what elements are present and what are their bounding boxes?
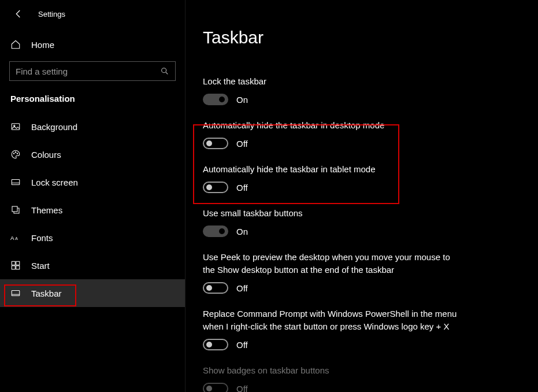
sidebar-item-label: Lock screen	[31, 177, 78, 187]
category-title: Personalisation	[0, 91, 185, 113]
sidebar-item-label: Colours	[31, 150, 61, 160]
toggle-small-buttons[interactable]	[203, 225, 228, 237]
sidebar-item-fonts[interactable]: AA Fonts	[0, 224, 185, 252]
start-icon	[10, 260, 21, 271]
setting-badges: Show badges on taskbar buttons Off	[203, 364, 457, 392]
lock-screen-icon	[10, 177, 21, 187]
sidebar-item-label: Start	[31, 261, 50, 271]
toggle-auto-hide-desktop[interactable]	[203, 138, 228, 149]
sidebar-item-themes[interactable]: Themes	[0, 196, 185, 224]
setting-label: Use small taskbar buttons	[203, 207, 457, 220]
svg-rect-13	[16, 266, 20, 269]
svg-point-4	[15, 152, 16, 153]
svg-rect-1	[12, 124, 20, 130]
setting-label: Show badges on taskbar buttons	[203, 364, 457, 377]
page-title: Taskbar	[203, 28, 538, 47]
home-nav[interactable]: Home	[0, 36, 185, 53]
svg-text:A: A	[10, 235, 14, 241]
picture-icon	[10, 121, 21, 132]
sidebar-item-label: Taskbar	[31, 289, 62, 298]
toggle-state: On	[236, 227, 248, 236]
toggle-state: Off	[236, 183, 248, 193]
toggle-state: Off	[236, 283, 248, 293]
main-panel: Taskbar Lock the taskbar On Automaticall…	[185, 0, 538, 392]
setting-powershell: Replace Command Prompt with Windows Powe…	[203, 308, 457, 350]
sidebar-item-label: Themes	[31, 205, 62, 215]
svg-rect-12	[12, 266, 15, 269]
sidebar-item-colours[interactable]: Colours	[0, 140, 185, 168]
svg-point-2	[14, 125, 15, 126]
toggle-badges	[203, 383, 228, 392]
svg-rect-14	[12, 291, 20, 296]
home-label: Home	[31, 40, 54, 50]
setting-label: Lock the taskbar	[203, 75, 457, 88]
toggle-auto-hide-tablet[interactable]	[203, 182, 228, 193]
search-box[interactable]	[9, 61, 176, 81]
setting-auto-hide-desktop: Automatically hide the taskbar in deskto…	[203, 119, 457, 149]
setting-small-buttons: Use small taskbar buttons On	[203, 207, 457, 237]
sidebar-item-label: Background	[31, 122, 77, 132]
search-input[interactable]	[16, 66, 160, 76]
setting-label: Automatically hide the taskbar in tablet…	[203, 163, 457, 176]
sidebar-item-background[interactable]: Background	[0, 113, 185, 140]
setting-label: Automatically hide the taskbar in deskto…	[203, 119, 457, 132]
toggle-state: Off	[236, 384, 248, 393]
palette-icon	[10, 149, 21, 160]
toggle-state: On	[236, 95, 248, 105]
back-button[interactable]	[13, 8, 24, 20]
svg-rect-7	[12, 206, 17, 212]
setting-label: Use Peek to preview the desktop when you…	[203, 251, 457, 276]
setting-lock-taskbar: Lock the taskbar On	[203, 75, 457, 105]
themes-icon	[10, 205, 21, 215]
svg-text:A: A	[15, 236, 18, 241]
svg-rect-6	[12, 180, 20, 185]
sidebar-item-label: Fonts	[31, 233, 53, 243]
svg-rect-11	[16, 261, 20, 265]
fonts-icon: AA	[10, 234, 21, 242]
toggle-powershell[interactable]	[203, 339, 228, 350]
svg-point-0	[162, 68, 166, 73]
arrow-left-icon	[13, 9, 24, 19]
sidebar: Settings Home Personalisation Background…	[0, 0, 185, 392]
sidebar-item-taskbar[interactable]: Taskbar	[0, 279, 185, 307]
sidebar-item-start[interactable]: Start	[0, 252, 185, 279]
svg-point-3	[13, 153, 14, 154]
app-title: Settings	[38, 10, 65, 19]
toggle-state: Off	[236, 340, 248, 350]
setting-auto-hide-tablet: Automatically hide the taskbar in tablet…	[203, 163, 457, 193]
toggle-peek[interactable]	[203, 282, 228, 294]
svg-point-5	[17, 153, 18, 154]
toggle-lock-taskbar[interactable]	[203, 94, 228, 105]
svg-rect-10	[12, 261, 15, 265]
setting-label: Replace Command Prompt with Windows Powe…	[203, 308, 457, 333]
home-icon	[10, 39, 21, 50]
toggle-state: Off	[236, 139, 248, 149]
sidebar-item-lock-screen[interactable]: Lock screen	[0, 168, 185, 196]
search-icon	[160, 66, 169, 76]
taskbar-icon	[10, 288, 21, 298]
setting-peek: Use Peek to preview the desktop when you…	[203, 251, 457, 294]
